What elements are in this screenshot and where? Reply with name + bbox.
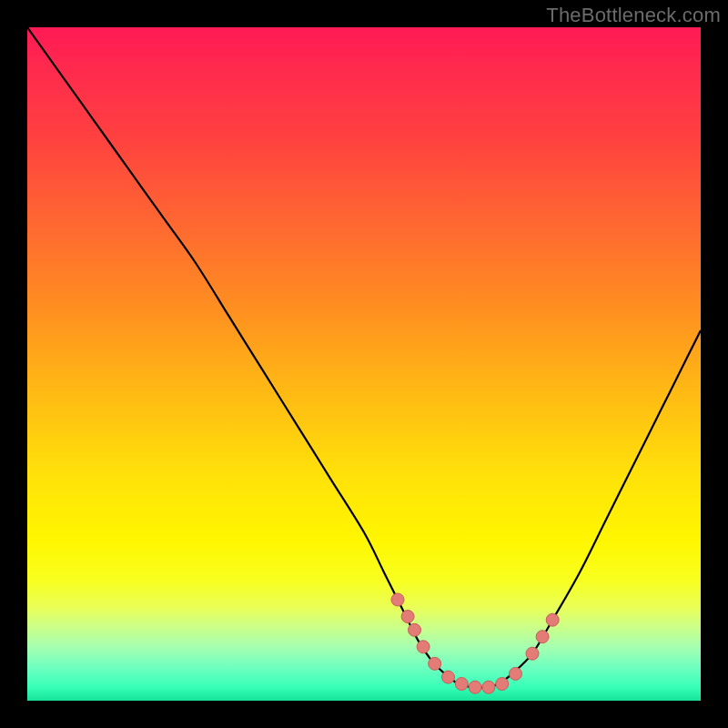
highlight-dot — [417, 641, 430, 653]
highlight-dot — [455, 678, 468, 691]
chart-stage: TheBottleneck.com — [0, 0, 728, 728]
highlight-dot — [496, 678, 509, 691]
highlight-dots-group — [391, 593, 559, 693]
highlight-dot — [429, 657, 441, 670]
plot-area — [27, 27, 701, 701]
dots-layer — [27, 27, 701, 701]
highlight-dot — [482, 681, 495, 693]
highlight-dot — [469, 681, 481, 693]
highlight-dot — [391, 593, 404, 606]
highlight-dot — [409, 623, 421, 636]
highlight-dot — [546, 613, 559, 626]
highlight-dot — [526, 647, 539, 660]
highlight-dot — [536, 631, 549, 643]
highlight-dot — [442, 671, 455, 683]
highlight-dot — [401, 611, 414, 623]
watermark-text: TheBottleneck.com — [546, 4, 721, 27]
highlight-dot — [510, 667, 522, 680]
